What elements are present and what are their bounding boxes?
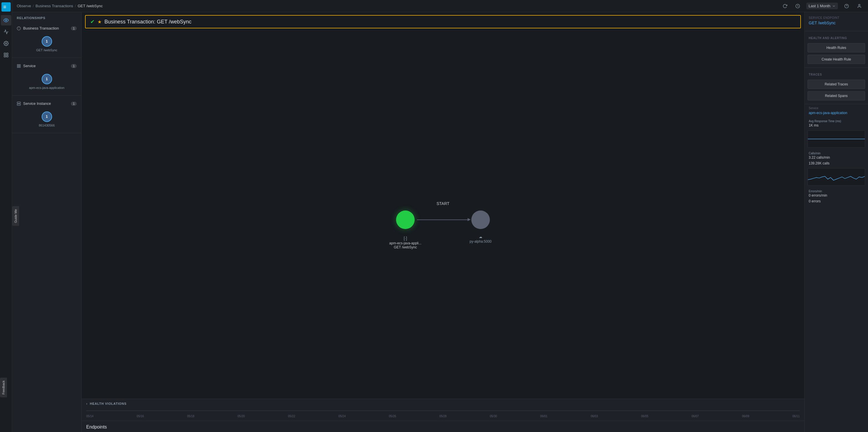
svg-rect-18 (19, 66, 20, 67)
nav-gear-icon[interactable] (1, 38, 11, 49)
arrow-head-icon: ▶ (468, 217, 471, 222)
instance-node-circle[interactable]: 1 (42, 112, 52, 122)
flow-target-node[interactable] (471, 210, 490, 229)
svg-point-2 (5, 20, 7, 21)
health-rules-button[interactable]: Health Rules (808, 43, 865, 52)
date-0611: 06/11 (793, 414, 800, 418)
calls-total: 139.28K calls (805, 161, 868, 167)
date-0605: 06/05 (641, 414, 648, 418)
sidebar-bt-label: Business Transaction (23, 26, 59, 30)
flow-diagram-wrapper: START [·] apm-ecs-java-appli... GET /web… (396, 201, 490, 229)
sidebar-service-count: 1 (71, 64, 77, 68)
bt-node-label: GET /webSync (36, 48, 57, 52)
related-spans-button[interactable]: Related Spans (808, 91, 865, 100)
breadcrumb-sep-1: / (33, 4, 34, 8)
date-0524: 05/24 (339, 414, 346, 418)
date-0530: 05/30 (490, 414, 497, 418)
app-logo[interactable]: ≡ (1, 2, 11, 11)
service-icon (17, 64, 21, 68)
sidebar-bt-count: 1 (71, 26, 77, 30)
response-time-chart (808, 131, 865, 147)
sidebar-section-service: Service 1 1 apm-ecs-java-application (12, 60, 81, 93)
help-button[interactable] (842, 2, 850, 10)
feedback-tab[interactable]: Feedback (0, 378, 7, 397)
calls-chart (808, 169, 865, 185)
timeline-axis: 05/14 05/16 05/18 05/20 05/22 05/24 05/2… (86, 414, 800, 418)
right-divider-3 (805, 104, 868, 104)
flow-start-label: START (437, 201, 450, 206)
sidebar-divider-3 (12, 133, 81, 133)
service-endpoint-section-label: SERVICE ENDPOINT (805, 16, 868, 21)
service-link-value[interactable]: apm-ecs-java-application (805, 111, 868, 118)
source-label-line1: apm-ecs-java-appli... (389, 241, 421, 245)
sidebar-service-header[interactable]: Service 1 (12, 61, 81, 70)
instance-node-label: 861430566 (39, 124, 55, 127)
flow-target-label: ☁ py-alpha:5000 (470, 235, 492, 243)
flow-diagram: [·] apm-ecs-java-appli... GET /webSync ▶ (396, 210, 490, 229)
sidebar-bt-left: Business Transaction (17, 26, 59, 30)
user-button[interactable] (855, 2, 863, 10)
date-0514: 05/14 (86, 414, 93, 418)
breadcrumb-bt[interactable]: Business Transactions (36, 4, 73, 8)
breadcrumb-sep-2: / (75, 4, 76, 8)
clock-button[interactable] (794, 2, 802, 10)
service-node-circle[interactable]: 1 (42, 74, 52, 84)
timeline-line (86, 410, 800, 411)
service-endpoint-value[interactable]: GET /webSync (805, 21, 868, 29)
date-0526: 05/26 (389, 414, 396, 418)
sidebar-instance-node: 1 861430566 (12, 108, 81, 129)
top-nav: Observe / Business Transactions / GET /w… (12, 0, 868, 12)
target-label: py-alpha:5000 (470, 239, 492, 243)
create-health-rule-button[interactable]: Create Health Rule (808, 55, 865, 64)
svg-rect-20 (17, 104, 21, 106)
breadcrumb-current: GET /webSync (78, 4, 102, 8)
sidebar-instance-count: 1 (71, 102, 77, 106)
sidebar-bt-header[interactable]: Business Transaction 1 (12, 24, 81, 33)
related-traces-button[interactable]: Related Traces (808, 80, 865, 89)
sidebar-instance-left: Service Instance (17, 102, 51, 106)
circle-icon (17, 26, 21, 30)
endpoints-title: Endpoints (86, 425, 800, 430)
svg-text:≡: ≡ (3, 4, 6, 10)
service-node-label: apm-ecs-java-application (29, 86, 64, 89)
sidebar-divider-1 (12, 58, 81, 58)
svg-rect-15 (18, 64, 19, 65)
guide-me-tab[interactable]: Guide Me (12, 206, 19, 226)
health-violations-header: › HEALTH VIOLATIONS (86, 402, 800, 405)
svg-rect-5 (6, 53, 8, 54)
cloud-icon: ☁ (470, 235, 492, 239)
breadcrumb-observe[interactable]: Observe (17, 4, 31, 8)
svg-rect-4 (4, 53, 5, 54)
bt-title-text: Business Transaction: GET /webSync (104, 19, 191, 25)
sidebar-header: RELATIONSHIPS (12, 12, 81, 23)
chevron-right-icon[interactable]: › (86, 402, 87, 405)
refresh-button[interactable] (781, 2, 789, 10)
sidebar-divider-2 (12, 95, 81, 95)
sidebar-service-label: Service (23, 64, 36, 68)
sidebar-section-bt: Business Transaction 1 1 GET /webSync (12, 23, 81, 55)
nav-eye-icon[interactable] (1, 15, 11, 26)
health-violations-bar: › HEALTH VIOLATIONS 05/14 05/16 05/18 05… (82, 399, 804, 421)
bt-node-circle[interactable]: 1 (42, 36, 52, 47)
flow-source-node[interactable] (396, 210, 414, 229)
svg-rect-6 (4, 56, 5, 57)
sidebar-service-node: 1 apm-ecs-java-application (12, 70, 81, 92)
avg-response-time-value: 1K ms (805, 123, 868, 129)
right-divider-2 (805, 67, 868, 68)
time-range-selector[interactable]: Last 1 Month (806, 3, 838, 9)
sidebar-section-instance: Service Instance 1 1 861430566 (12, 98, 81, 131)
sidebar: RELATIONSHIPS Business Transaction 1 1 G… (12, 12, 82, 432)
server-icon (17, 102, 21, 106)
right-panel: SERVICE ENDPOINT GET /webSync HEALTH AND… (804, 12, 868, 432)
main-container: Observe / Business Transactions / GET /w… (12, 0, 868, 432)
sidebar-instance-header[interactable]: Service Instance 1 (12, 99, 81, 108)
svg-rect-16 (19, 64, 20, 65)
nav-apps-icon[interactable] (1, 50, 11, 60)
top-nav-right: Last 1 Month (781, 2, 863, 10)
nav-chart-icon[interactable] (1, 27, 11, 37)
errors-min-label: Errors/min (805, 188, 868, 194)
svg-rect-17 (18, 66, 19, 67)
sidebar-service-left: Service (17, 64, 36, 68)
right-divider-1 (805, 31, 868, 31)
flow-arrow: ▶ (417, 220, 469, 220)
